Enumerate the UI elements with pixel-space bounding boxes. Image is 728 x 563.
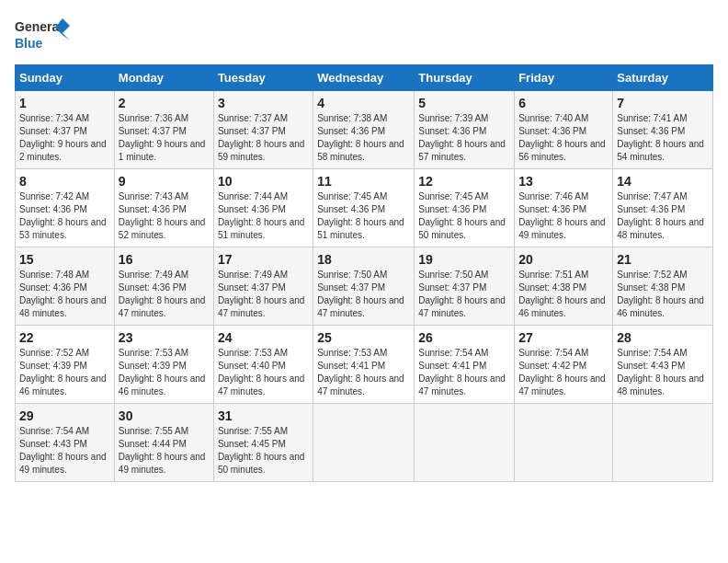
day-number: 21 xyxy=(617,252,709,267)
day-info: Sunrise: 7:54 AMSunset: 4:43 PMDaylight:… xyxy=(19,425,110,477)
day-number: 9 xyxy=(119,174,210,189)
week-row-1: 1Sunrise: 7:34 AMSunset: 4:37 PMDaylight… xyxy=(16,91,713,169)
day-number: 11 xyxy=(317,174,410,189)
day-number: 30 xyxy=(119,408,210,423)
day-cell: 21Sunrise: 7:52 AMSunset: 4:38 PMDayligh… xyxy=(613,247,713,326)
day-cell: 10Sunrise: 7:44 AMSunset: 4:36 PMDayligh… xyxy=(213,169,313,247)
day-info: Sunrise: 7:52 AMSunset: 4:38 PMDaylight:… xyxy=(617,269,709,320)
day-cell: 4Sunrise: 7:38 AMSunset: 4:36 PMDaylight… xyxy=(313,91,415,169)
day-number: 29 xyxy=(19,408,110,423)
day-cell: 23Sunrise: 7:53 AMSunset: 4:39 PMDayligh… xyxy=(114,326,213,404)
day-number: 26 xyxy=(418,330,510,345)
col-header-friday: Friday xyxy=(515,65,613,91)
day-number: 24 xyxy=(218,330,309,345)
day-number: 10 xyxy=(218,174,309,189)
day-info: Sunrise: 7:40 AMSunset: 4:36 PMDaylight:… xyxy=(518,112,609,164)
day-cell: 31Sunrise: 7:55 AMSunset: 4:45 PMDayligh… xyxy=(213,404,313,482)
day-cell: 20Sunrise: 7:51 AMSunset: 4:38 PMDayligh… xyxy=(515,247,613,326)
day-info: Sunrise: 7:49 AMSunset: 4:37 PMDaylight:… xyxy=(218,269,309,320)
day-cell: 9Sunrise: 7:43 AMSunset: 4:36 PMDaylight… xyxy=(114,169,213,247)
svg-text:General: General xyxy=(15,19,63,34)
day-cell: 16Sunrise: 7:49 AMSunset: 4:36 PMDayligh… xyxy=(114,247,213,326)
day-info: Sunrise: 7:41 AMSunset: 4:36 PMDaylight:… xyxy=(617,112,709,164)
day-number: 12 xyxy=(418,174,510,189)
col-header-monday: Monday xyxy=(114,65,213,91)
day-info: Sunrise: 7:47 AMSunset: 4:36 PMDaylight:… xyxy=(617,190,709,242)
day-cell: 22Sunrise: 7:52 AMSunset: 4:39 PMDayligh… xyxy=(16,326,115,404)
day-number: 28 xyxy=(617,330,709,345)
day-info: Sunrise: 7:55 AMSunset: 4:44 PMDaylight:… xyxy=(119,425,210,477)
day-number: 7 xyxy=(617,96,709,110)
day-cell: 8Sunrise: 7:42 AMSunset: 4:36 PMDaylight… xyxy=(16,169,115,247)
day-info: Sunrise: 7:53 AMSunset: 4:39 PMDaylight:… xyxy=(119,347,210,398)
calendar-table: SundayMondayTuesdayWednesdayThursdayFrid… xyxy=(15,64,713,482)
day-number: 3 xyxy=(218,96,309,110)
day-cell: 30Sunrise: 7:55 AMSunset: 4:44 PMDayligh… xyxy=(114,404,213,482)
col-header-wednesday: Wednesday xyxy=(313,65,415,91)
day-info: Sunrise: 7:36 AMSunset: 4:37 PMDaylight:… xyxy=(119,112,210,164)
week-row-3: 15Sunrise: 7:48 AMSunset: 4:36 PMDayligh… xyxy=(16,247,713,326)
day-info: Sunrise: 7:55 AMSunset: 4:45 PMDaylight:… xyxy=(218,425,309,477)
day-cell: 13Sunrise: 7:46 AMSunset: 4:36 PMDayligh… xyxy=(515,169,613,247)
week-row-2: 8Sunrise: 7:42 AMSunset: 4:36 PMDaylight… xyxy=(16,169,713,247)
day-cell: 26Sunrise: 7:54 AMSunset: 4:41 PMDayligh… xyxy=(415,326,515,404)
day-info: Sunrise: 7:45 AMSunset: 4:36 PMDaylight:… xyxy=(418,190,510,242)
day-number: 13 xyxy=(518,174,609,189)
day-info: Sunrise: 7:50 AMSunset: 4:37 PMDaylight:… xyxy=(317,269,410,320)
day-cell: 3Sunrise: 7:37 AMSunset: 4:37 PMDaylight… xyxy=(213,91,313,169)
day-cell: 12Sunrise: 7:45 AMSunset: 4:36 PMDayligh… xyxy=(415,169,515,247)
day-number: 19 xyxy=(418,252,510,267)
day-number: 8 xyxy=(19,174,110,189)
svg-text:Blue: Blue xyxy=(15,36,43,51)
day-number: 1 xyxy=(19,96,110,110)
day-cell: 11Sunrise: 7:45 AMSunset: 4:36 PMDayligh… xyxy=(313,169,415,247)
day-number: 14 xyxy=(617,174,709,189)
day-info: Sunrise: 7:53 AMSunset: 4:41 PMDaylight:… xyxy=(317,347,410,398)
day-number: 25 xyxy=(317,330,410,345)
col-header-tuesday: Tuesday xyxy=(213,65,313,91)
day-info: Sunrise: 7:34 AMSunset: 4:37 PMDaylight:… xyxy=(19,112,110,164)
day-number: 15 xyxy=(19,252,110,267)
day-number: 5 xyxy=(418,96,510,110)
day-cell: 1Sunrise: 7:34 AMSunset: 4:37 PMDaylight… xyxy=(16,91,115,169)
day-info: Sunrise: 7:42 AMSunset: 4:36 PMDaylight:… xyxy=(19,190,110,242)
logo: General Blue xyxy=(15,15,70,55)
day-number: 23 xyxy=(119,330,210,345)
day-info: Sunrise: 7:52 AMSunset: 4:39 PMDaylight:… xyxy=(19,347,110,398)
day-cell: 14Sunrise: 7:47 AMSunset: 4:36 PMDayligh… xyxy=(613,169,713,247)
day-cell: 29Sunrise: 7:54 AMSunset: 4:43 PMDayligh… xyxy=(16,404,115,482)
day-number: 22 xyxy=(19,330,110,345)
day-cell: 7Sunrise: 7:41 AMSunset: 4:36 PMDaylight… xyxy=(613,91,713,169)
day-info: Sunrise: 7:54 AMSunset: 4:42 PMDaylight:… xyxy=(518,347,609,398)
day-cell: 17Sunrise: 7:49 AMSunset: 4:37 PMDayligh… xyxy=(213,247,313,326)
day-cell: 6Sunrise: 7:40 AMSunset: 4:36 PMDaylight… xyxy=(515,91,613,169)
col-header-thursday: Thursday xyxy=(415,65,515,91)
day-number: 17 xyxy=(218,252,309,267)
day-info: Sunrise: 7:45 AMSunset: 4:36 PMDaylight:… xyxy=(317,190,410,242)
day-number: 31 xyxy=(218,408,309,423)
day-info: Sunrise: 7:53 AMSunset: 4:40 PMDaylight:… xyxy=(218,347,309,398)
day-info: Sunrise: 7:54 AMSunset: 4:43 PMDaylight:… xyxy=(617,347,709,398)
day-info: Sunrise: 7:37 AMSunset: 4:37 PMDaylight:… xyxy=(218,112,309,164)
day-cell xyxy=(313,404,415,482)
day-number: 4 xyxy=(317,96,410,110)
day-number: 20 xyxy=(518,252,609,267)
day-info: Sunrise: 7:54 AMSunset: 4:41 PMDaylight:… xyxy=(418,347,510,398)
day-info: Sunrise: 7:51 AMSunset: 4:38 PMDaylight:… xyxy=(518,269,609,320)
day-info: Sunrise: 7:49 AMSunset: 4:36 PMDaylight:… xyxy=(119,269,210,320)
day-info: Sunrise: 7:48 AMSunset: 4:36 PMDaylight:… xyxy=(19,269,110,320)
day-cell: 15Sunrise: 7:48 AMSunset: 4:36 PMDayligh… xyxy=(16,247,115,326)
day-cell xyxy=(515,404,613,482)
day-info: Sunrise: 7:38 AMSunset: 4:36 PMDaylight:… xyxy=(317,112,410,164)
week-row-4: 22Sunrise: 7:52 AMSunset: 4:39 PMDayligh… xyxy=(16,326,713,404)
day-cell: 2Sunrise: 7:36 AMSunset: 4:37 PMDaylight… xyxy=(114,91,213,169)
day-number: 27 xyxy=(518,330,609,345)
day-number: 6 xyxy=(518,96,609,110)
day-cell: 24Sunrise: 7:53 AMSunset: 4:40 PMDayligh… xyxy=(213,326,313,404)
day-number: 18 xyxy=(317,252,410,267)
day-cell xyxy=(415,404,515,482)
col-header-saturday: Saturday xyxy=(613,65,713,91)
day-cell: 19Sunrise: 7:50 AMSunset: 4:37 PMDayligh… xyxy=(415,247,515,326)
day-cell xyxy=(613,404,713,482)
day-info: Sunrise: 7:39 AMSunset: 4:36 PMDaylight:… xyxy=(418,112,510,164)
